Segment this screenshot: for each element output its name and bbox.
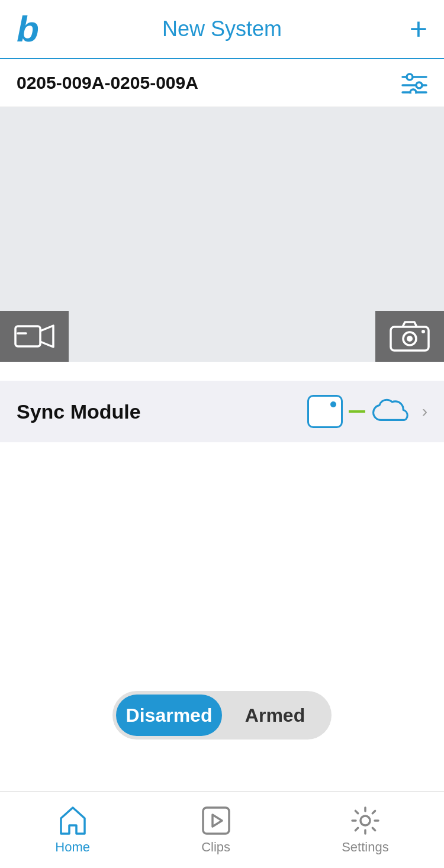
sync-module-dot	[330, 401, 336, 407]
clips-icon	[201, 805, 231, 836]
nav-settings-label: Settings	[342, 840, 389, 855]
app-header: b New System +	[0, 0, 444, 59]
nav-item-home[interactable]: Home	[55, 805, 90, 855]
home-icon	[57, 805, 88, 836]
camera-snapshot-button[interactable]	[375, 311, 444, 362]
camera-preview	[0, 107, 444, 362]
app-logo: b	[17, 11, 39, 47]
sync-module-status: ›	[307, 395, 427, 428]
arm-toggle-container: Disarmed Armed	[0, 667, 444, 769]
settings-icon	[350, 805, 381, 836]
header-title: New System	[162, 17, 282, 41]
svg-point-1	[407, 74, 413, 80]
disarmed-button[interactable]: Disarmed	[116, 695, 222, 736]
device-row: 0205-009A-0205-009A	[0, 59, 444, 107]
sync-module-label: Sync Module	[17, 400, 141, 423]
nav-item-clips[interactable]: Clips	[201, 805, 231, 855]
cloud-icon	[371, 397, 414, 426]
armed-button[interactable]: Armed	[222, 695, 328, 736]
video-record-icon	[14, 322, 54, 351]
svg-point-5	[410, 89, 416, 94]
middle-content-area	[0, 442, 444, 667]
svg-point-11	[422, 330, 425, 333]
svg-point-3	[416, 82, 422, 88]
sync-module-chevron: ›	[422, 402, 427, 421]
add-button[interactable]: +	[410, 14, 427, 44]
svg-rect-12	[203, 808, 229, 834]
svg-point-10	[407, 336, 413, 342]
nav-item-settings[interactable]: Settings	[342, 805, 389, 855]
svg-marker-13	[213, 815, 222, 827]
video-record-button[interactable]	[0, 311, 69, 362]
sync-module-device-icon	[307, 395, 343, 428]
svg-point-14	[361, 816, 370, 825]
device-id: 0205-009A-0205-009A	[17, 73, 198, 93]
svg-rect-6	[15, 326, 40, 346]
camera-icon	[390, 320, 430, 353]
spacer-1	[0, 362, 444, 371]
filter-icon[interactable]	[401, 72, 427, 94]
bottom-nav: Home Clips Settings	[0, 791, 444, 868]
nav-home-label: Home	[55, 840, 90, 855]
arm-toggle-pill: Disarmed Armed	[112, 691, 332, 740]
sync-module-row[interactable]: Sync Module ›	[0, 381, 444, 442]
nav-clips-label: Clips	[201, 840, 230, 855]
sync-connector-line	[349, 410, 365, 413]
